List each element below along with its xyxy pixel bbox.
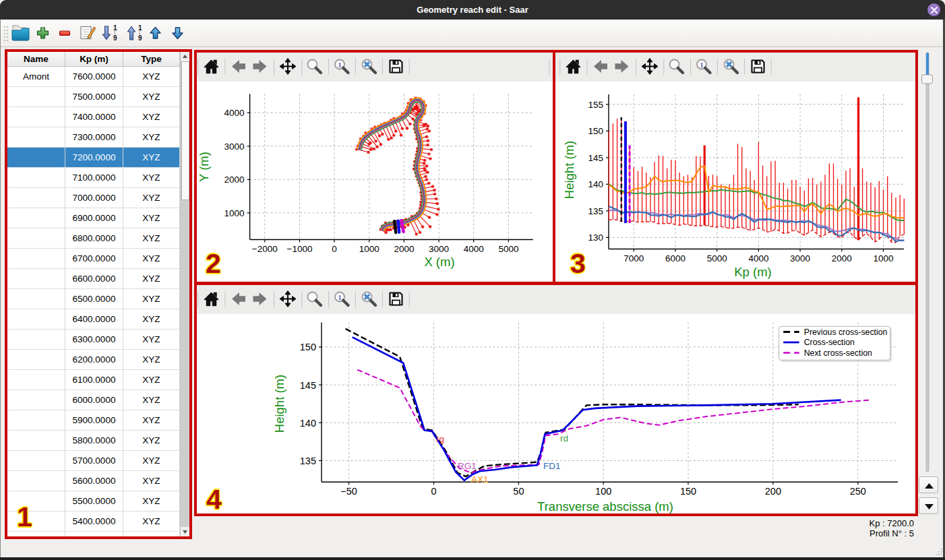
svg-text:9: 9: [138, 34, 142, 42]
svg-text:9: 9: [113, 34, 117, 42]
svg-text:1: 1: [113, 24, 117, 32]
svg-text:1: 1: [138, 24, 142, 32]
